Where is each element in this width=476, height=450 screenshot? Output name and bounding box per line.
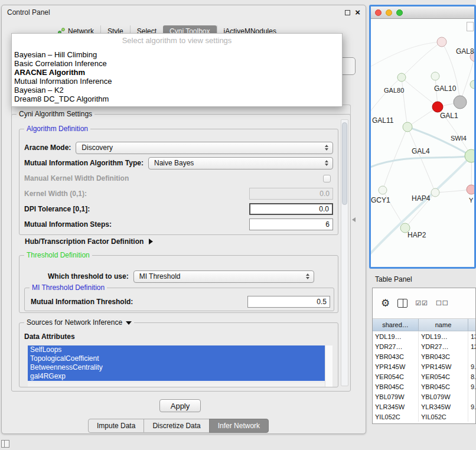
deselect-all-columns-icon[interactable]: ☐☐ bbox=[436, 299, 449, 307]
network-node[interactable] bbox=[470, 80, 474, 89]
field-value: 0.5 bbox=[317, 298, 327, 306]
float-window-icon[interactable] bbox=[345, 10, 350, 15]
list-vertical-scrollbar[interactable] bbox=[325, 345, 332, 387]
mi-threshold-input[interactable]: 0.5 bbox=[247, 296, 330, 308]
list-horizontal-scrollbar[interactable] bbox=[28, 381, 325, 387]
table-row[interactable]: YIL052CYIL052C bbox=[373, 412, 475, 422]
network-node[interactable] bbox=[431, 72, 439, 80]
close-icon[interactable]: × bbox=[355, 9, 360, 16]
network-node[interactable] bbox=[397, 73, 406, 81]
network-edge bbox=[371, 77, 402, 115]
hub-definition-toggle[interactable]: Hub/Transcription Factor Definition bbox=[25, 237, 153, 246]
kernel-width-input[interactable]: 0.0 bbox=[249, 188, 333, 200]
table-row[interactable]: YBR043CYBR043C bbox=[373, 351, 475, 361]
table-cell: YER054C bbox=[419, 371, 468, 381]
close-light-icon[interactable] bbox=[375, 9, 382, 16]
mi-steps-input[interactable]: 6 bbox=[249, 219, 333, 230]
mi-threshold-group: MI Threshold Definition Mutual Informati… bbox=[24, 288, 334, 311]
manual-kernel-label: Manual Kernel Width Definition bbox=[24, 174, 129, 182]
group-title: MI Threshold Definition bbox=[30, 283, 107, 292]
table-toolbar: ⚙ ☑☑ ☐☐ bbox=[373, 288, 475, 319]
dropdown-option[interactable]: Mutual Information Inference bbox=[12, 77, 342, 86]
tab-impute-data[interactable]: Impute Data bbox=[88, 419, 144, 433]
network-scrollbar-button[interactable] bbox=[467, 22, 474, 31]
threshold-definition-group: Threshold Definition Which threshold to … bbox=[19, 255, 338, 313]
table-row[interactable]: YPR145WYPR145W9. bbox=[373, 361, 475, 371]
table-row[interactable]: YDR27…YDR27…12 bbox=[373, 341, 475, 351]
table-row[interactable]: YBL079WYBL079W bbox=[373, 392, 475, 402]
gear-icon[interactable]: ⚙ bbox=[381, 298, 390, 308]
dpi-tolerance-label: DPI Tolerance [0,1]: bbox=[24, 205, 90, 213]
tab-discretize-data[interactable]: Discretize Data bbox=[144, 419, 209, 433]
control-panel-titlebar: Control Panel × bbox=[2, 5, 366, 19]
columns-icon[interactable] bbox=[397, 299, 407, 308]
splitter-collapse-icon[interactable] bbox=[352, 217, 356, 222]
node-label: GAL8 bbox=[456, 47, 474, 56]
table-cell: YDL19… bbox=[419, 331, 468, 341]
select-all-columns-icon[interactable]: ☑☑ bbox=[415, 299, 428, 307]
node-label: Y bbox=[469, 197, 474, 204]
network-node[interactable] bbox=[431, 188, 439, 197]
panel-dock-icon[interactable] bbox=[1, 440, 9, 448]
sources-group: Sources for Network Inference Data Attri… bbox=[19, 322, 338, 387]
node-label: GAL80 bbox=[384, 87, 404, 94]
combo-value: Naive Bayes bbox=[154, 159, 194, 167]
network-node[interactable] bbox=[437, 37, 446, 47]
network-node[interactable] bbox=[403, 122, 412, 132]
table-cell: YBL079W bbox=[419, 392, 468, 402]
aracne-mode-select[interactable]: Discovery bbox=[76, 142, 333, 154]
column-header-shared[interactable]: shared… bbox=[373, 319, 419, 331]
network-node[interactable] bbox=[467, 185, 474, 194]
combo-value: MI Threshold bbox=[139, 272, 181, 281]
tab-infer-network[interactable]: Infer Network bbox=[209, 419, 269, 433]
table-row[interactable]: YDL19…YDL19…13 bbox=[373, 331, 475, 341]
list-item[interactable]: TopologicalCoefficient bbox=[28, 354, 325, 363]
dropdown-option[interactable]: Basic Correlation Inference bbox=[12, 59, 342, 68]
minimize-light-icon[interactable] bbox=[386, 9, 392, 16]
sources-group-title[interactable]: Sources for Network Inference bbox=[24, 318, 134, 327]
network-edge bbox=[407, 127, 435, 193]
network-window-titlebar[interactable] bbox=[371, 6, 474, 19]
network-edge bbox=[371, 42, 442, 69]
network-node[interactable] bbox=[379, 186, 387, 194]
table-row[interactable]: YBR045CYBR045C9. bbox=[373, 381, 475, 392]
dpi-tolerance-input[interactable]: 0.0 bbox=[249, 203, 333, 215]
combo-arrows-icon bbox=[325, 145, 328, 151]
manual-kernel-checkbox[interactable] bbox=[323, 175, 331, 182]
scrollbar-thumb[interactable] bbox=[342, 122, 347, 205]
dropdown-option-selected[interactable]: ARACNE Algorithm bbox=[12, 68, 342, 77]
table-row[interactable]: YER054CYER054C8. bbox=[373, 371, 475, 381]
dropdown-option[interactable]: Dream8 DC_TDC Algorithm bbox=[12, 94, 342, 103]
network-edge bbox=[460, 57, 474, 102]
table-cell bbox=[468, 351, 475, 361]
combo-arrows-icon bbox=[325, 160, 328, 166]
combo-arrows-icon bbox=[306, 273, 309, 279]
table-cell: YER054C bbox=[373, 371, 419, 381]
window-title: Control Panel bbox=[7, 8, 50, 17]
bottom-tabbar: Impute Data Discretize Data Infer Networ… bbox=[88, 419, 269, 433]
dropdown-option[interactable]: Bayesian – K2 bbox=[12, 86, 342, 94]
zoom-light-icon[interactable] bbox=[396, 9, 403, 16]
table-cell: YIL052C bbox=[419, 412, 468, 422]
list-item[interactable]: BetweennessCentrality bbox=[28, 363, 325, 372]
list-item[interactable]: gal4RGexp bbox=[28, 372, 325, 381]
table-row[interactable]: YLR345WYLR345W9. bbox=[373, 402, 475, 412]
dropdown-option[interactable]: Bayesian – Hill Climbing bbox=[12, 50, 342, 59]
table-cell: YDR27… bbox=[419, 341, 468, 351]
node-label: GAL10 bbox=[434, 84, 457, 93]
cyni-algorithm-settings-group: Cyni Algorithm Settings Algorithm Defini… bbox=[11, 114, 351, 392]
mi-algorithm-type-select[interactable]: Naive Bayes bbox=[148, 157, 333, 169]
group-title: Cyni Algorithm Settings bbox=[17, 110, 94, 118]
network-node[interactable] bbox=[432, 102, 443, 112]
mi-steps-label: Mutual Information Steps: bbox=[24, 220, 112, 229]
threshold-type-select[interactable]: MI Threshold bbox=[133, 270, 314, 283]
network-canvas[interactable]: GAL8GAL80GAL10GAL11GAL1SWI4GAL4GCY1HAP4H… bbox=[371, 19, 474, 267]
field-value: 0.0 bbox=[319, 205, 329, 213]
network-node[interactable] bbox=[454, 96, 467, 109]
apply-button[interactable]: Apply bbox=[159, 399, 201, 412]
column-header-extra[interactable] bbox=[468, 319, 475, 331]
settings-scrollbar[interactable] bbox=[341, 119, 348, 386]
column-header-name[interactable]: name bbox=[419, 319, 468, 331]
table-cell: YBR045C bbox=[419, 381, 468, 392]
list-item[interactable]: SelfLoops bbox=[28, 345, 325, 354]
